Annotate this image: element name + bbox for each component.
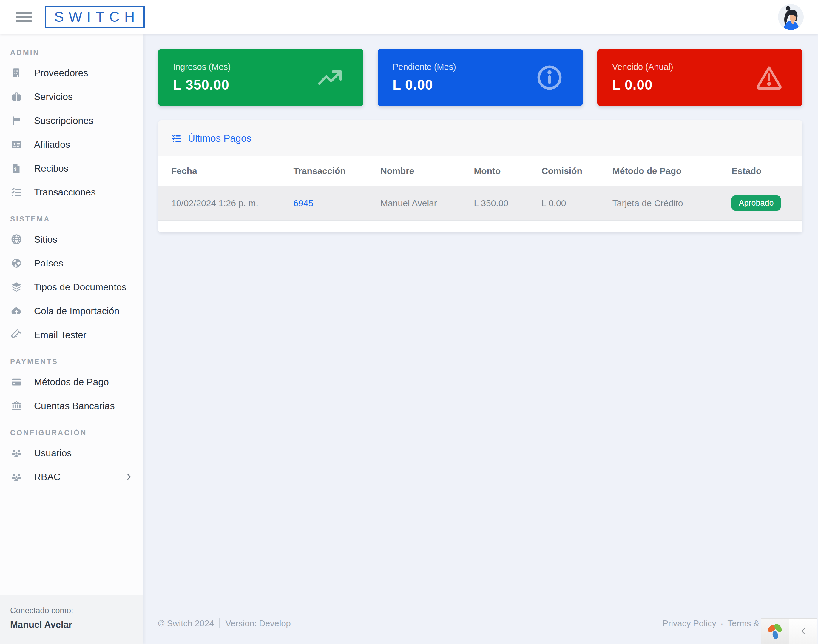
avatar-illustration: [778, 4, 804, 30]
sidebar-item-transacciones[interactable]: Transacciones: [0, 180, 143, 204]
sidebar-item-rbac[interactable]: RBAC: [0, 465, 143, 489]
sidebar-item-label: Afiliados: [34, 139, 70, 150]
sidebar-item-label: Servicios: [34, 91, 73, 102]
privacy-policy-link[interactable]: Privacy Policy: [662, 619, 716, 629]
checklist-icon: [171, 133, 182, 144]
sidebar-item-label: Email Tester: [34, 330, 86, 340]
payments-table: Fecha Transacción Nombre Monto Comisión …: [158, 156, 803, 233]
ultimos-pagos-title-text: Últimos Pagos: [188, 133, 251, 144]
column-header-transaccion: Transacción: [294, 156, 381, 186]
browser-extension-widget: [761, 618, 817, 644]
sidebar-item-tipos-de-documentos[interactable]: Tipos de Documentos: [0, 275, 143, 299]
info-icon: [535, 63, 564, 92]
warning-icon: [755, 63, 783, 92]
hamburger-menu-icon[interactable]: [15, 9, 32, 25]
flag-icon: [10, 114, 23, 127]
sidebar-item-label: Sitios: [34, 234, 57, 245]
column-header-nombre: Nombre: [380, 156, 474, 186]
stat-card-text: Ingresos (Mes) L 350.00: [173, 62, 231, 93]
layers-icon: [10, 281, 23, 293]
sidebar-item-afiliados[interactable]: Afiliados: [0, 132, 143, 156]
building-icon: [10, 66, 23, 79]
sidebar-section-configuracion: CONFIGURACIÓN: [0, 429, 143, 437]
avatar[interactable]: [778, 4, 804, 30]
stat-card-value: L 0.00: [612, 77, 673, 93]
stat-card-label: Ingresos (Mes): [173, 62, 231, 72]
cell-metodo: Tarjeta de Crédito: [613, 186, 732, 221]
sidebar-item-label: Tipos de Documentos: [34, 282, 127, 293]
connected-as-name: Manuel Avelar: [10, 619, 133, 630]
cell-monto: L 350.00: [474, 186, 541, 221]
sidebar-item-label: Métodos de Pago: [34, 377, 109, 388]
sidebar-item-label: Recibos: [34, 163, 69, 174]
stat-card-value: L 350.00: [173, 77, 231, 93]
sidebar-section-payments: PAYMENTS: [0, 357, 143, 366]
briefcase-icon: [10, 90, 23, 103]
column-header-monto: Monto: [474, 156, 541, 186]
sidebar-item-email-tester[interactable]: Email Tester: [0, 323, 143, 347]
connected-as-label: Conectado como:: [10, 606, 133, 615]
earth-icon: [10, 257, 23, 270]
stat-card-value: L 0.00: [392, 77, 456, 93]
column-header-fecha: Fecha: [158, 156, 294, 186]
sidebar-item-recibos[interactable]: $ Recibos: [0, 156, 143, 180]
stat-card-label: Pendiente (Mes): [392, 62, 456, 72]
column-header-comision: Comisión: [541, 156, 613, 186]
status-badge: Aprobado: [731, 195, 781, 211]
trending-up-icon: [316, 63, 344, 92]
sidebar-footer: Conectado como: Manuel Avelar: [0, 595, 143, 644]
chevron-right-icon: [125, 473, 133, 481]
sidebar: ADMIN Proveedores Servicios Suscripcione…: [0, 34, 143, 644]
transaction-link[interactable]: 6945: [294, 198, 314, 208]
cloud-upload-icon: [10, 305, 23, 317]
app-logo[interactable]: SWITCH: [45, 6, 145, 28]
checklist-icon: [10, 186, 23, 198]
sidebar-item-label: Cola de Importación: [34, 305, 119, 317]
topbar: SWITCH: [0, 0, 818, 34]
sidebar-item-proveedores[interactable]: Proveedores: [0, 61, 143, 85]
stat-card-text: Pendiente (Mes) L 0.00: [392, 62, 456, 93]
stat-card-pendiente: Pendiente (Mes) L 0.00: [378, 49, 583, 106]
id-card-icon: [10, 138, 23, 151]
footer-copyright: © Switch 2024: [158, 619, 214, 629]
sidebar-item-cuentas-bancarias[interactable]: Cuentas Bancarias: [0, 394, 143, 418]
widget-collapse-button[interactable]: [789, 618, 817, 644]
widget-logo-button[interactable]: [761, 618, 789, 644]
table-footer-spacer: [158, 221, 803, 233]
sidebar-item-suscripciones[interactable]: Suscripciones: [0, 109, 143, 132]
sidebar-item-cola-de-importacion[interactable]: Cola de Importación: [0, 299, 143, 323]
sidebar-item-paises[interactable]: Países: [0, 251, 143, 275]
sidebar-section-sistema: SISTEMA: [0, 215, 143, 223]
sidebar-item-metodos-de-pago[interactable]: Métodos de Pago: [0, 370, 143, 394]
test-tube-icon: [10, 328, 23, 341]
globe-icon: [10, 233, 23, 245]
sidebar-item-servicios[interactable]: Servicios: [0, 85, 143, 109]
cell-estado: Aprobado: [731, 186, 803, 221]
footer-version: Version: Develop: [225, 619, 291, 629]
svg-text:$: $: [14, 167, 17, 172]
users-icon: [10, 447, 23, 459]
cell-transaccion: 6945: [294, 186, 381, 221]
cell-fecha: 10/02/2024 1:26 p. m.: [158, 186, 294, 221]
bank-icon: [10, 400, 23, 412]
credit-card-icon: [10, 376, 23, 388]
sidebar-item-label: Proveedores: [34, 67, 88, 78]
stat-card-ingresos: Ingresos (Mes) L 350.00: [158, 49, 363, 106]
sidebar-item-sitios[interactable]: Sitios: [0, 227, 143, 251]
sidebar-section-admin: ADMIN: [0, 48, 143, 57]
receipt-icon: $: [10, 162, 23, 175]
column-header-estado: Estado: [731, 156, 803, 186]
sidebar-item-usuarios[interactable]: Usuarios: [0, 441, 143, 465]
cell-nombre: Manuel Avelar: [380, 186, 474, 221]
stat-card-label: Vencido (Anual): [612, 62, 673, 72]
ultimos-pagos-title: Últimos Pagos: [158, 120, 803, 156]
footer-left: © Switch 2024 Version: Develop: [158, 618, 291, 629]
stat-cards-row: Ingresos (Mes) L 350.00 Pendiente (Mes) …: [158, 49, 803, 106]
sidebar-nav: ADMIN Proveedores Servicios Suscripcione…: [0, 34, 143, 595]
footer-link-separator: ·: [720, 619, 723, 629]
sidebar-item-label: Transacciones: [34, 187, 96, 198]
main-content: Ingresos (Mes) L 350.00 Pendiente (Mes) …: [143, 34, 818, 644]
table-header-row: Fecha Transacción Nombre Monto Comisión …: [158, 156, 803, 186]
sidebar-item-label: Suscripciones: [34, 115, 93, 126]
users-icon: [10, 471, 23, 483]
